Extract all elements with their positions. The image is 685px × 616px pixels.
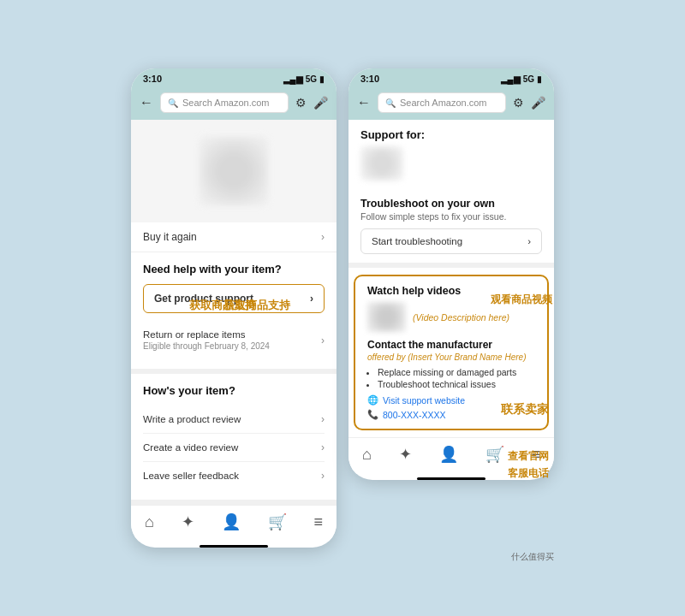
need-help-title: Need help with your item? — [143, 263, 325, 275]
troubleshoot-section: Troubleshoot on your own Follow simple s… — [348, 189, 554, 268]
home-icon-right: ⌂ — [362, 446, 372, 464]
time-right: 3:10 — [360, 74, 379, 84]
cart-icon-left: 🛒 — [268, 512, 287, 531]
need-help-section: Need help with your item? Get product su… — [131, 252, 337, 374]
search-extra-icons-right: ⚙ 🎤 — [513, 96, 545, 110]
account-icon-left: 👤 — [222, 512, 241, 531]
get-support-chevron: › — [310, 293, 313, 305]
search-bar-left: ← 🔍 Search Amazon.com ⚙ 🎤 — [131, 87, 337, 120]
seller-feedback-chevron: › — [321, 470, 325, 482]
annotation-get-support: 获取商品支持 — [189, 298, 256, 313]
deals-icon-right: ✦ — [399, 445, 412, 464]
website-icon: 🌐 — [367, 394, 378, 406]
nav-home-right[interactable]: ⌂ — [362, 446, 372, 464]
deals-icon-left: ✦ — [182, 512, 194, 531]
settings-icon-right[interactable]: ⚙ — [513, 96, 524, 110]
search-bar-right: ← 🔍 Search Amazon.com ⚙ 🎤 — [348, 87, 554, 120]
return-items-row[interactable]: Return or replace items Eligible through… — [143, 322, 325, 358]
start-troubleshoot-button[interactable]: Start troubleshooting › — [360, 228, 542, 254]
return-label: Return or replace items — [143, 329, 270, 340]
write-review-label: Write a product review — [143, 414, 241, 424]
troubleshoot-desc: Follow simple steps to fix your issue. — [360, 211, 542, 222]
phone-icon: 📞 — [367, 409, 378, 420]
search-extra-icons-left: ⚙ 🎤 — [295, 96, 328, 110]
signal-bars-right: ▂▄▆ — [501, 74, 521, 84]
hows-item-title: How's your item? — [143, 384, 325, 397]
menu-icon-left: ≡ — [314, 513, 324, 531]
return-sub: Eligible through February 8, 2024 — [143, 341, 270, 351]
cart-icon-right: 🛒 — [485, 445, 504, 464]
contact-manufacturer-sub: offered by (Insert Your Brand Name Here) — [367, 352, 535, 362]
search-placeholder-right: Search Amazon.com — [400, 98, 487, 108]
video-thumb-row: (Video Description here) — [367, 302, 535, 332]
support-links: 🌐 Visit support website 📞 800-XXX-XXXX — [367, 394, 535, 420]
support-for-label: Support for: — [348, 120, 554, 146]
nav-deals-left[interactable]: ✦ — [182, 512, 194, 531]
nav-deals-right[interactable]: ✦ — [399, 445, 412, 464]
signal-icons-right: ▂▄▆ 5G ▮ — [501, 74, 542, 84]
signal-icons-left: ▂▄▆ 5G ▮ — [283, 74, 325, 84]
video-review-chevron: › — [321, 441, 325, 453]
product-image-area — [131, 120, 337, 222]
video-description: (Video Description here) — [413, 312, 509, 323]
nav-cart-right[interactable]: 🛒 — [485, 445, 504, 464]
product-thumbnail — [200, 137, 268, 205]
video-review-label: Create a video review — [143, 442, 238, 453]
bullet-2: Troubleshoot technical issues — [378, 379, 535, 389]
back-button-left[interactable]: ← — [140, 95, 153, 110]
home-indicator-right — [417, 477, 485, 480]
nav-cart-left[interactable]: 🛒 — [268, 512, 287, 531]
back-button-right[interactable]: ← — [357, 95, 371, 110]
bullet-1: Replace missing or damaged parts — [378, 367, 535, 377]
video-review-row[interactable]: Create a video review › — [143, 434, 325, 462]
bottom-nav-right: ⌂ ✦ 👤 🛒 ≡ — [348, 437, 554, 474]
battery-icon-left: ▮ — [319, 74, 325, 84]
watch-videos-title: Watch help videos — [367, 285, 535, 297]
visit-website-link[interactable]: 🌐 Visit support website — [367, 394, 535, 406]
status-bar-left: 3:10 ▂▄▆ 5G ▮ — [131, 68, 337, 87]
nav-menu-right[interactable]: ≡ — [532, 446, 541, 464]
watermark: 什么值得买 — [511, 551, 554, 563]
mic-icon-right[interactable]: 🎤 — [531, 96, 545, 110]
menu-icon-right: ≡ — [532, 446, 541, 464]
seller-feedback-row[interactable]: Leave seller feedback › — [143, 462, 325, 489]
buy-again-chevron: › — [321, 231, 325, 243]
bottom-nav-left: ⌂ ✦ 👤 🛒 ≡ — [131, 505, 337, 542]
buy-again-row[interactable]: Buy it again › — [131, 222, 337, 252]
manufacturer-bullets: Replace missing or damaged parts Trouble… — [378, 367, 535, 389]
hows-item-section: How's your item? Write a product review … — [131, 374, 337, 505]
home-indicator-left — [200, 545, 268, 548]
write-review-chevron: › — [321, 413, 325, 425]
write-review-row[interactable]: Write a product review › — [143, 406, 325, 434]
settings-icon-left[interactable]: ⚙ — [295, 96, 307, 110]
phone-number-label: 800-XXX-XXXX — [383, 410, 446, 420]
battery-icon-right: ▮ — [537, 74, 542, 84]
signal-bars-left: ▂▄▆ — [283, 74, 303, 84]
search-icon-left: 🔍 — [168, 98, 178, 108]
start-troubleshoot-label: Start troubleshooting — [372, 236, 462, 246]
search-icon-right: 🔍 — [385, 98, 396, 108]
video-contact-box: Watch help videos (Video Description her… — [354, 275, 549, 430]
video-thumbnail — [367, 302, 406, 332]
troubleshoot-title: Troubleshoot on your own — [360, 198, 542, 210]
start-chevron: › — [527, 236, 531, 246]
nav-account-right[interactable]: 👤 — [439, 445, 458, 464]
home-icon-left: ⌂ — [145, 513, 154, 531]
contact-manufacturer-title: Contact the manufacturer — [367, 339, 535, 351]
support-product-thumbnail — [360, 146, 403, 181]
search-input-right[interactable]: 🔍 Search Amazon.com — [378, 92, 506, 113]
nav-home-left[interactable]: ⌂ — [145, 513, 154, 531]
seller-feedback-label: Leave seller feedback — [143, 471, 239, 481]
time-left: 3:10 — [143, 74, 162, 84]
buy-again-label: Buy it again — [143, 231, 197, 243]
mic-icon-left[interactable]: 🎤 — [313, 96, 328, 110]
5g-badge-right: 5G — [523, 74, 534, 84]
search-input-left[interactable]: 🔍 Search Amazon.com — [160, 92, 289, 113]
return-chevron: › — [321, 335, 325, 346]
nav-account-left[interactable]: 👤 — [222, 512, 241, 531]
phone-link[interactable]: 📞 800-XXX-XXXX — [367, 409, 535, 420]
status-bar-right: 3:10 ▂▄▆ 5G ▮ — [348, 68, 554, 87]
nav-menu-left[interactable]: ≡ — [314, 513, 324, 531]
5g-badge-left: 5G — [306, 74, 317, 84]
account-icon-right: 👤 — [439, 445, 458, 464]
